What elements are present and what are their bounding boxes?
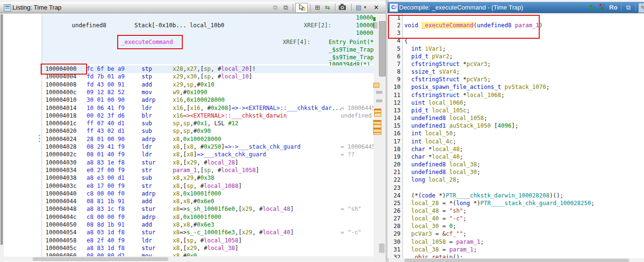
decompiler-line[interactable]: 23	[388, 185, 644, 192]
decompiler-line[interactable]: 5 int iVar1;	[388, 45, 644, 53]
decompiler-line[interactable]: 8 ssize_t sVar4;	[388, 68, 644, 76]
analysis-marker-orange[interactable]	[373, 120, 381, 128]
listing-row[interactable]: 10000401410 06 41 f9ldrx16,[x16, #0x208]…	[42, 105, 374, 112]
decompiler-line[interactable]: 4{	[388, 37, 644, 45]
decompiler-line[interactable]: 22 long local_28;	[388, 176, 644, 184]
bookmark-marker-orange[interactable]	[373, 83, 379, 88]
decompiler-line[interactable]: 27 local_40 = "-c";	[388, 215, 644, 223]
splitter-handle[interactable]	[39, 135, 40, 136]
decompiler-line[interactable]: 12 uint local_1060;	[388, 99, 644, 107]
edit-icon[interactable]: ✎	[638, 3, 644, 13]
listing-row[interactable]: 100004004fd 7b 01 a9stpx29,x30,[sp, #loc…	[42, 73, 374, 81]
listing-row[interactable]: 10000401cff 07 40 d1subsp,sp,#0x1, LSL #…	[42, 120, 374, 128]
decompiler-line[interactable]: 31 local_38 = param_1;	[388, 246, 644, 254]
refresh-icon[interactable]: ↻	[588, 3, 597, 12]
decompiler-line[interactable]: 20 undefined8 local_38;	[388, 161, 644, 169]
decompiler-line[interactable]: 16 int local_50;	[388, 130, 644, 138]
bookmark-marker-green[interactable]	[373, 17, 376, 21]
line-number: 23	[388, 185, 400, 191]
listing-vscrollbar-thumb[interactable]	[379, 21, 386, 76]
listing-row[interactable]: 10000404408 81 1b 91addx8,x8,#0x6e0	[42, 198, 374, 206]
margin-marker-grey[interactable]	[379, 243, 385, 253]
ghidra-window: Listing: Time Trap ⧉ ⧉ ⊞↓ ⇆ ▤ ▾ ✕ 10000 …	[0, 0, 644, 262]
graph-view-icon[interactable]	[598, 3, 607, 12]
listing-row[interactable]: 10000402c08 01 40 f9ldrx8,[x8]=>___stack…	[42, 151, 374, 159]
paste-icon[interactable]: ⧉	[281, 3, 290, 12]
decompiler-line[interactable]: 25 local_28 = *(long *)PTR____stack_chk_…	[388, 200, 644, 207]
decompiler-line[interactable]: 6 pid_t pVar2;	[388, 53, 644, 61]
decompiler-line[interactable]: 1	[388, 14, 644, 22]
copy-icon[interactable]: ⧉	[624, 3, 633, 12]
analysis-marker-orange[interactable]	[374, 109, 381, 117]
decompiler-line[interactable]: 26 local_48 = "sh";	[388, 207, 644, 215]
decompiler-line[interactable]: 15 undefined1 auStack_1050 [4096];	[388, 122, 644, 130]
listing-row[interactable]: 10000400c09 12 82 52movw9,#0x1090	[42, 89, 374, 97]
decompiler-hscrollbar-track[interactable]	[403, 258, 644, 262]
listing-row[interactable]: 10000402808 29 41 f9ldrx8,[x8, #0x250]=>…	[42, 143, 374, 151]
listing-row[interactable]: 100004048a8 83 1c f8sturx8=>s_sh_10001f6…	[42, 206, 374, 213]
display-options-icon[interactable]: ▤	[354, 3, 363, 12]
decompiler-line[interactable]: 19 char *local_40;	[388, 153, 644, 161]
xref-address[interactable]: 10000	[356, 22, 373, 29]
rename-button[interactable]: Ro	[608, 3, 619, 12]
listing-row[interactable]: 10000406008 00 80 d2movx8,#0x0	[42, 252, 374, 256]
margin-marker-grey[interactable]	[376, 91, 382, 94]
listing-row[interactable]: 100004030a8 83 1e f8sturx8,[x29, #local_…	[42, 159, 374, 167]
left-edge-scrollbar[interactable]	[0, 14, 3, 245]
decompiler-line[interactable]: 29 pcVar3 = &cf_"";	[388, 230, 644, 238]
listing-row[interactable]: 100004058e8 2f 40 f9ldrx8,[sp, #local_10…	[42, 237, 374, 245]
listing-row[interactable]: 10000403ce8 17 00 f9strx8,[sp, #local_10…	[42, 183, 374, 190]
close-icon[interactable]: ✕	[372, 3, 381, 12]
margin-marker-grey[interactable]	[376, 99, 382, 102]
listing-view[interactable]: 10000 undefined8 Stack[-0x10b... local_1…	[42, 13, 374, 256]
listing-row[interactable]: 100004008fd 43 00 91addx29,sp,#0x10	[42, 81, 374, 89]
listing-row[interactable]: 10000401800 02 3f d6blrx16=><EXTERNAL>::…	[42, 112, 374, 120]
listing-row[interactable]: 100004054a8 03 1d f8sturx8=>s_-c_10001f6…	[42, 229, 374, 237]
listing-row[interactable]: 100004038a8 e3 00 d1subx8,x29,#0x38	[42, 175, 374, 182]
listing-row[interactable]: 100004034e0 2f 00 f9strparam_1,[sp, #loc…	[42, 167, 374, 175]
decompiler-line[interactable]: 3	[388, 30, 644, 37]
toggle-fields-icon[interactable]: ⊞↓	[313, 3, 322, 12]
listing-hscrollbar-thumb[interactable]	[33, 257, 168, 261]
listing-row[interactable]: 100004000fc 6f be a9stpx28,x27,[sp, #loc…	[42, 66, 374, 73]
xref-address[interactable]: 10000	[356, 14, 373, 21]
decompiler-line[interactable]: 18 char *local_48;	[388, 146, 644, 153]
decompiler-hscrollbar-thumb[interactable]	[404, 259, 629, 262]
listing-row[interactable]: 10000405ca8 83 1d f8sturx8,[x29, #local_…	[42, 245, 374, 252]
listing-hscrollbar-track[interactable]	[4, 257, 374, 262]
decompiler-line[interactable]: 2void _executeCommand(undefined8 param_1…	[388, 22, 644, 30]
decompiler-line[interactable]: 24 (*(code *)PTR____chkstk_darwin_100028…	[388, 192, 644, 200]
listing-row[interactable]: 10000404cc8 00 00 f0adrpx8,0x10001f000	[42, 214, 374, 221]
decompiler-line[interactable]: 11 cfstringStruct *local_1068;	[388, 92, 644, 99]
xref-entry[interactable]: _$s9Time_Trap	[329, 46, 374, 53]
analysis-marker-orange[interactable]	[373, 128, 381, 135]
decompiler-line[interactable]: 9 cfstringStruct *pcVar5;	[388, 76, 644, 84]
decompiler-line[interactable]: 10 posix_spawn_file_actions_t pvStack_10…	[388, 84, 644, 91]
snapshot-icon[interactable]	[338, 3, 347, 12]
decompiler-line[interactable]: 30 local_1058 = param_1;	[388, 239, 644, 246]
listing-address: 100004028	[45, 143, 77, 150]
listing-row[interactable]: 100004040c8 00 00 f0adrpx8,0x10001f000	[42, 190, 374, 198]
listing-row[interactable]: 10000402428 01 00 90adrpx8,0x100028000	[42, 136, 374, 143]
copy-icon[interactable]: ⧉	[271, 3, 280, 12]
margin-marker-grey[interactable]	[374, 22, 378, 29]
listing-row[interactable]: 10000405008 8d 1b 91addx8,x8,#0x6e3	[42, 221, 374, 229]
listing-row[interactable]: 100004020ff 43 02 d1subsp,sp,#0x90	[42, 128, 374, 135]
xref-address[interactable]: 10000	[356, 30, 373, 36]
chevron-down-icon[interactable]: ▾	[363, 3, 367, 12]
decompiler-line[interactable]: 28 local_30 = 0;	[388, 223, 644, 230]
decompiler-line[interactable]: 21 undefined8 local_30;	[388, 169, 644, 176]
decompiler-line[interactable]: 7 cfstringStruct *pcVar3;	[388, 61, 644, 68]
decompiler-line[interactable]: 14 undefined8 local_1058;	[388, 115, 644, 122]
cursor-selection-icon[interactable]	[295, 3, 308, 13]
xref-entry[interactable]: _$s9Time_Trap	[329, 54, 374, 61]
decompiler-line[interactable]: 32 _objc_retain();	[388, 254, 644, 258]
listing-row[interactable]: 10000401030 01 00 90adrpx16,0x100028000	[42, 97, 374, 104]
function-label[interactable]: _executeCommand	[121, 39, 173, 45]
decompiler-view[interactable]: 12void _executeCommand(undefined8 param_…	[388, 13, 644, 258]
diff-view-icon[interactable]: ⇆	[323, 3, 332, 12]
listing-operands: x16=><EXTERNAL>::___chkstk_darwin	[173, 112, 287, 119]
decompiler-line[interactable]: 17 int local_4c;	[388, 138, 644, 146]
decompiler-line[interactable]: 13 pid_t local_105c;	[388, 107, 644, 115]
xref-entry[interactable]: Entry Point(*	[329, 39, 374, 45]
